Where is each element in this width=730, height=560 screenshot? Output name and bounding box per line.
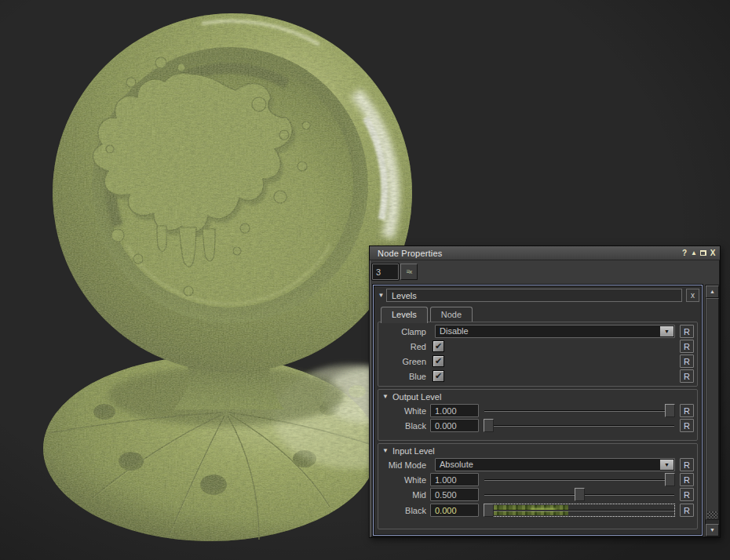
node-close-button[interactable]: x <box>686 289 699 302</box>
output-white-input[interactable] <box>430 404 479 417</box>
input-mid-row: Mid R <box>381 487 695 502</box>
clamp-reset-button[interactable]: R <box>680 325 694 338</box>
tab-node[interactable]: Node <box>430 307 473 322</box>
output-black-label: Black <box>381 421 430 431</box>
mid-mode-value: Absolute <box>440 460 473 469</box>
node-header: ▼ Levels x <box>374 285 702 304</box>
input-level-group: ▼ Input Level Mid Mode Absolute ▼ R Whit… <box>378 443 698 529</box>
chevron-down-icon[interactable]: ▼ <box>660 460 673 470</box>
output-black-row: Black R <box>381 418 695 433</box>
output-white-row: White R <box>381 403 695 418</box>
help-icon[interactable]: ? <box>680 248 689 258</box>
blue-row: Blue ✔ R <box>381 369 695 384</box>
output-white-slider[interactable] <box>484 404 675 417</box>
input-black-reset-button[interactable]: R <box>680 504 694 517</box>
node-index-input[interactable] <box>372 264 399 280</box>
section-collapse-icon[interactable]: ▼ <box>378 393 392 400</box>
close-icon[interactable]: X <box>708 248 717 258</box>
green-label: Green <box>381 357 430 366</box>
panel-title: Node Properties <box>378 249 680 258</box>
output-white-reset-button[interactable]: R <box>680 404 694 417</box>
tab-levels[interactable]: Levels <box>381 307 428 323</box>
mid-mode-dropdown[interactable]: Absolute ▼ <box>435 458 675 471</box>
numeric-edit-button[interactable]: ≡x <box>400 264 418 280</box>
output-level-group: ▼ Output Level White R Black R <box>378 389 698 441</box>
red-reset-button[interactable]: R <box>680 340 694 353</box>
input-level-title: Input Level <box>392 446 435 456</box>
clamp-value: Disable <box>440 326 469 336</box>
node-tabs: Levels Node <box>381 307 702 322</box>
output-black-slider-handle[interactable] <box>484 419 494 432</box>
output-level-header[interactable]: ▼ Output Level <box>378 390 697 403</box>
input-mid-reset-button[interactable]: R <box>680 488 694 501</box>
clamp-label: Clamp <box>381 327 430 336</box>
levels-tab-content: Clamp Disable ▼ R Red ✔ R Green ✔ R Bl <box>378 322 698 387</box>
output-white-slider-handle[interactable] <box>665 404 675 417</box>
input-white-row: White R <box>381 472 695 487</box>
input-black-slider-handle[interactable] <box>484 504 494 517</box>
input-white-slider[interactable] <box>484 473 675 486</box>
input-white-input[interactable] <box>430 473 479 486</box>
panel-titlebar[interactable]: Node Properties ? ▲ X <box>370 246 720 260</box>
output-black-input[interactable] <box>430 419 479 432</box>
red-label: Red <box>381 342 430 351</box>
green-reset-button[interactable]: R <box>680 355 694 368</box>
restore-icon[interactable] <box>699 248 708 258</box>
red-checkbox[interactable]: ✔ <box>433 340 444 352</box>
clamp-row: Clamp Disable ▼ R <box>381 324 695 339</box>
green-row: Green ✔ R <box>381 354 695 369</box>
input-mid-slider[interactable] <box>484 488 675 501</box>
collapse-icon[interactable]: ▲ <box>689 248 699 258</box>
mid-mode-label: Mid Mode <box>381 460 430 470</box>
blue-label: Blue <box>381 372 430 381</box>
output-black-reset-button[interactable]: R <box>680 419 694 432</box>
node-title[interactable]: Levels <box>386 289 682 302</box>
green-checkbox[interactable]: ✔ <box>433 355 444 367</box>
input-white-slider-handle[interactable] <box>665 473 675 486</box>
input-black-label: Black <box>381 506 430 515</box>
input-mid-label: Mid <box>381 490 430 500</box>
output-black-slider[interactable] <box>484 419 675 432</box>
scrollbar-thumb[interactable] <box>706 298 719 520</box>
input-black-slider[interactable] <box>484 504 675 517</box>
scroll-down-icon[interactable]: ▼ <box>706 524 719 536</box>
output-level-title: Output Level <box>392 392 441 402</box>
mid-mode-reset-button[interactable]: R <box>680 458 694 471</box>
input-mid-input[interactable] <box>430 488 479 501</box>
node-properties-panel: Node Properties ? ▲ X ≡x ▼ Levels x Leve… <box>369 245 721 538</box>
levels-node-group: ▼ Levels x Levels Node Clamp Disable ▼ R… <box>373 285 703 536</box>
clamp-dropdown[interactable]: Disable ▼ <box>435 325 675 338</box>
input-white-reset-button[interactable]: R <box>680 473 694 486</box>
section-collapse-icon[interactable]: ▼ <box>378 447 392 454</box>
node-collapse-icon[interactable]: ▼ <box>376 292 386 299</box>
input-white-label: White <box>381 475 430 485</box>
red-row: Red ✔ R <box>381 339 695 354</box>
input-black-input[interactable] <box>430 504 479 517</box>
panel-toolbar: ≡x <box>370 260 720 284</box>
scrollbar-grip[interactable] <box>707 511 717 518</box>
scrollbar-track[interactable] <box>706 298 719 524</box>
scroll-up-icon[interactable]: ▲ <box>706 285 719 298</box>
chevron-down-icon[interactable]: ▼ <box>660 326 673 336</box>
input-black-row: Black R <box>381 502 695 518</box>
blue-reset-button[interactable]: R <box>680 369 694 383</box>
output-white-label: White <box>381 406 430 416</box>
blue-checkbox[interactable]: ✔ <box>433 370 444 382</box>
input-level-header[interactable]: ▼ Input Level <box>378 444 697 457</box>
panel-scrollbar[interactable]: ▲ ▼ <box>705 285 720 537</box>
input-mid-slider-handle[interactable] <box>575 488 585 501</box>
mid-mode-row: Mid Mode Absolute ▼ R <box>381 457 695 472</box>
